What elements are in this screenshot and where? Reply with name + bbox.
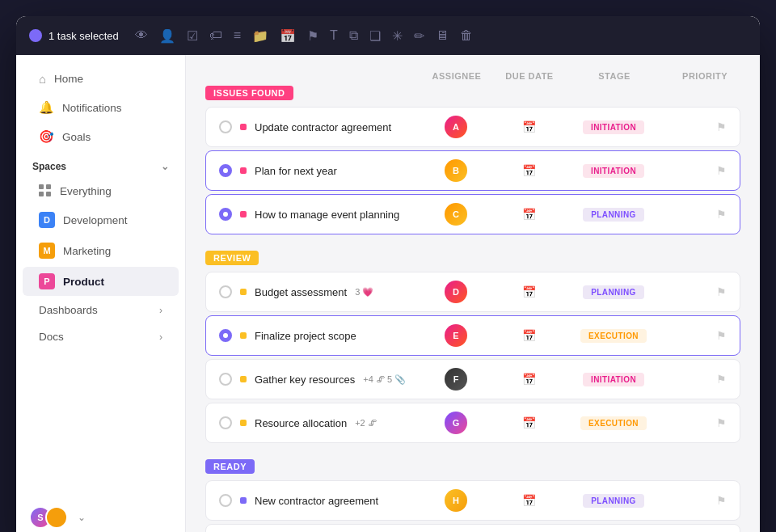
avatar-stack: S: [29, 506, 68, 529]
task-row[interactable]: Gather key resources +4 🖇 5 📎 F 📅 INITIA…: [205, 359, 740, 399]
sidebar-item-docs[interactable]: Docs ›: [23, 324, 179, 349]
task-row[interactable]: Finalize project scope E 📅 EXECUTION ⚑: [205, 315, 740, 356]
stage-badge: EXECUTION: [580, 329, 647, 343]
task-select-circle[interactable]: [219, 494, 232, 507]
prd-space-icon: P: [39, 273, 55, 289]
priority-flag-icon: ⚑: [716, 208, 727, 221]
task-select-circle-checked[interactable]: [219, 329, 232, 342]
task-assignee-cell: C: [420, 203, 492, 226]
task-title: New contractor agreement: [255, 495, 378, 507]
sidebar-item-everything[interactable]: Everything: [23, 178, 179, 204]
user-avatar-secondary: [45, 506, 68, 529]
sidebar-item-development[interactable]: D Development: [23, 205, 179, 234]
task-stage-cell: PLANNING: [565, 494, 662, 508]
content-area: Assignee Due Date Stage Priority ISSUES …: [186, 55, 760, 532]
task-stage-cell: EXECUTION: [565, 416, 662, 430]
list-icon[interactable]: ≡: [234, 28, 241, 43]
calendar-icon: 📅: [522, 164, 536, 177]
sidebar-item-marketing[interactable]: M Marketing: [23, 236, 179, 265]
flag-icon[interactable]: ⚑: [307, 28, 318, 44]
docs-chevron-icon: ›: [159, 331, 162, 343]
calendar-icon: 📅: [522, 373, 536, 386]
task-title: Finalize project scope: [255, 330, 356, 342]
task-meta: 3 💗: [355, 287, 373, 298]
selected-label: 1 task selected: [48, 30, 119, 42]
task-row[interactable]: Update contractor agreement A 📅 INITIATI…: [205, 107, 740, 147]
sidebar-item-home[interactable]: ⌂ Home: [23, 65, 179, 92]
col-task: [218, 71, 420, 81]
task-name-cell: Finalize project scope: [219, 329, 420, 342]
task-priority-cell: ⚑: [662, 373, 727, 386]
everything-label: Everything: [60, 185, 112, 197]
issues-badge: ISSUES FOUND: [205, 86, 293, 100]
priority-flag-icon: ⚑: [716, 416, 727, 429]
calendar-icon[interactable]: 📅: [280, 28, 296, 44]
task-select-circle-checked[interactable]: [219, 164, 232, 177]
review-section: REVIEW Budget assessment 3 💗 D 📅: [205, 251, 740, 443]
task-row[interactable]: Plan for next year B 📅 INITIATION ⚑: [205, 150, 740, 191]
task-select-circle[interactable]: [219, 416, 232, 429]
folder-icon[interactable]: 📁: [252, 28, 268, 44]
dev-space-icon: D: [39, 212, 55, 228]
text-icon[interactable]: T: [330, 28, 338, 43]
task-select-circle-checked[interactable]: [219, 208, 232, 221]
task-select-circle[interactable]: [219, 120, 232, 133]
sidebar: ⌂ Home 🔔 Notifications 🎯 Goals Spaces ⌄: [16, 55, 186, 532]
issues-header-row: ISSUES FOUND: [205, 86, 740, 100]
monitor-icon[interactable]: 🖥: [436, 28, 449, 43]
sidebar-item-dashboards[interactable]: Dashboards ›: [23, 298, 179, 323]
task-assignee-cell: E: [420, 324, 492, 347]
task-assignee-cell: A: [420, 116, 492, 138]
task-date-cell: 📅: [492, 373, 565, 386]
priority-flag-icon: ⚑: [716, 494, 727, 507]
task-row[interactable]: Budget assessment 3 💗 D 📅 PLANNING ⚑: [205, 272, 740, 312]
task-row[interactable]: How to manage event planning C 📅 PLANNIN…: [205, 194, 740, 234]
task-select-circle[interactable]: [219, 285, 232, 298]
sidebar-home-label: Home: [54, 73, 83, 85]
tag-icon[interactable]: 🏷: [209, 28, 222, 43]
spaces-chevron-icon[interactable]: ⌄: [161, 161, 169, 172]
edit-icon[interactable]: ✏: [414, 28, 424, 44]
copy-icon[interactable]: ⧉: [349, 28, 358, 43]
task-row[interactable]: New contractor agreement H 📅 PLANNING ⚑: [205, 480, 740, 521]
calendar-icon: 📅: [522, 120, 536, 133]
calendar-icon: 📅: [522, 208, 536, 221]
calendar-icon: 📅: [522, 416, 536, 429]
calendar-icon: 📅: [522, 329, 536, 342]
sidebar-item-product[interactable]: P Product: [23, 267, 179, 296]
selection-dot: [29, 29, 42, 42]
layers-icon[interactable]: ❏: [369, 28, 381, 44]
avatar: A: [445, 116, 467, 138]
task-priority-cell: ⚑: [662, 285, 727, 298]
user-icon[interactable]: 👤: [159, 28, 175, 44]
task-row[interactable]: Refresh company website I 📅 EXECUTION ⚑: [205, 524, 740, 532]
task-stage-cell: EXECUTION: [565, 329, 662, 343]
sidebar-user-area[interactable]: S ⌄: [16, 496, 185, 532]
dashboards-chevron-icon: ›: [159, 305, 162, 316]
calendar-icon: 📅: [522, 494, 536, 507]
task-title: Budget assessment: [255, 286, 347, 298]
sidebar-item-goals[interactable]: 🎯 Goals: [23, 123, 179, 150]
ready-badge: READY: [205, 459, 255, 474]
avatar: G: [445, 412, 467, 434]
sidebar-item-notifications[interactable]: 🔔 Notifications: [23, 94, 179, 121]
avatar: H: [445, 489, 467, 512]
review-badge: REVIEW: [205, 251, 259, 265]
priority-flag-icon: ⚑: [716, 120, 727, 133]
task-title: Gather key resources: [255, 374, 355, 386]
task-meta: +4 🖇 5 📎: [363, 374, 406, 385]
trash-icon[interactable]: 🗑: [460, 28, 473, 43]
user-chevron-icon: ⌄: [78, 512, 86, 523]
eye-icon[interactable]: 👁: [135, 28, 148, 43]
task-select-circle[interactable]: [219, 373, 232, 386]
checkbox-icon[interactable]: ☑: [187, 28, 198, 44]
stage-badge: PLANNING: [583, 208, 643, 222]
task-date-cell: 📅: [492, 494, 565, 507]
marketing-label: Marketing: [63, 245, 111, 257]
task-title: Update contractor agreement: [255, 121, 391, 133]
asterisk-icon[interactable]: ✳: [392, 28, 403, 44]
priority-dot: [240, 289, 247, 295]
review-header-row: REVIEW: [205, 251, 740, 265]
task-priority-cell: ⚑: [662, 120, 727, 133]
task-row[interactable]: Resource allocation +2 🖇 G 📅 EXECUTION ⚑: [205, 403, 740, 443]
